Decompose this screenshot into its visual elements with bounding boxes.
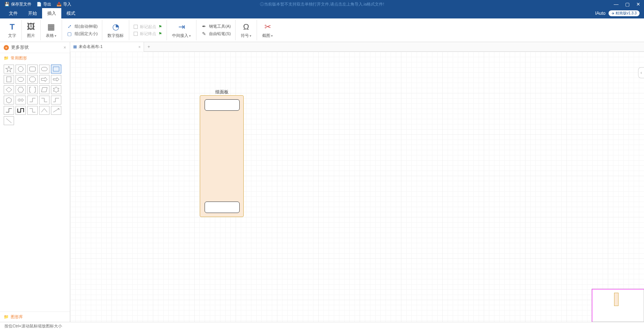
shape-square[interactable] xyxy=(4,75,14,84)
svg-marker-8 xyxy=(41,77,47,82)
minimize-btn[interactable]: — xyxy=(614,1,619,7)
status-hint: 按住Ctrl+滚动鼠标缩放图标大小 xyxy=(4,323,62,329)
shape-rounded-rect[interactable] xyxy=(27,65,38,73)
image-icon: 🖼 xyxy=(27,22,35,32)
pencil-icon: ✎ xyxy=(201,31,207,37)
gauge-icon: ◔ xyxy=(112,22,119,32)
shape-rect-selected[interactable] xyxy=(51,65,61,73)
sidebar-header: + 更多形状 × xyxy=(0,42,70,53)
svg-marker-0 xyxy=(6,66,12,72)
ribbon-num-indicator[interactable]: ◔ 数字指标 xyxy=(102,20,129,40)
ribbon-mark-options: 标记起点⚑ 标记终点⚑ xyxy=(129,20,167,40)
svg-marker-7 xyxy=(30,77,35,82)
shape-octagon[interactable] xyxy=(27,75,38,84)
more-shapes-label[interactable]: 更多形状 xyxy=(11,44,29,51)
shape-capsule[interactable] xyxy=(39,65,49,73)
ribbon-mid-insert[interactable]: ⇥ 中间接入▾ xyxy=(167,20,196,40)
ribbon-screenshot[interactable]: ✂ 截图▾ xyxy=(257,20,278,40)
plus-icon[interactable]: + xyxy=(4,45,9,50)
canvas-icon: ▦ xyxy=(73,44,77,49)
ribbon-image[interactable]: 🖼 图片 xyxy=(22,20,41,40)
shape-connector-2[interactable] xyxy=(39,96,49,104)
pencil-tool-btn[interactable]: ✎自由铅笔(S) xyxy=(201,31,231,37)
panel-port-bottom[interactable] xyxy=(205,202,240,213)
expand-icon: ⤢ xyxy=(66,24,72,30)
shape-ellipse[interactable] xyxy=(16,75,26,84)
mark-start-btn[interactable]: 标记起点⚑ xyxy=(134,24,162,30)
svg-rect-5 xyxy=(7,77,11,82)
shape-arrow-outline[interactable] xyxy=(51,75,61,84)
mark-end-btn[interactable]: 标记终点⚑ xyxy=(134,31,162,37)
main: + 更多形状 × 📁常用图形 xyxy=(0,42,644,322)
panel-port-top[interactable] xyxy=(205,99,240,111)
svg-marker-9 xyxy=(53,78,59,81)
ribbon-symbol[interactable]: Ω 符号▾ xyxy=(236,20,257,40)
flag-icon: ⚑ xyxy=(158,31,162,36)
section-common-shapes[interactable]: 📁常用图形 xyxy=(0,53,70,63)
svg-marker-10 xyxy=(6,87,12,92)
shape-heptagon[interactable] xyxy=(4,96,14,104)
ribbon-text[interactable]: T 文字 xyxy=(3,20,22,40)
paper-plane-icon: ✈ xyxy=(612,11,614,16)
sidebar-close[interactable]: × xyxy=(64,45,66,50)
menu-file[interactable]: 文件 xyxy=(4,8,23,18)
svg-marker-12 xyxy=(41,87,47,92)
shape-star[interactable] xyxy=(4,65,14,73)
shape-double-arrow[interactable] xyxy=(16,96,26,104)
svg-line-16 xyxy=(6,118,11,123)
ribbon-group-options: ⤢组(自动伸缩) ▢组(固定大小) xyxy=(62,20,102,40)
shape-parallelogram[interactable] xyxy=(39,85,49,94)
shape-line[interactable] xyxy=(4,116,14,125)
canvas[interactable]: 组面板 ‹ xyxy=(70,52,644,322)
close-btn[interactable]: ✕ xyxy=(636,1,640,7)
add-tab-btn[interactable]: + xyxy=(144,44,154,49)
shape-star6[interactable] xyxy=(51,85,61,94)
version-badge: ✈精简版v1.3.3 xyxy=(609,10,640,16)
brand-label: IAuto xyxy=(595,11,606,16)
shape-step-line[interactable] xyxy=(16,106,26,115)
maximize-btn[interactable]: ▢ xyxy=(625,1,630,7)
shapes-palette xyxy=(0,63,70,129)
menu-insert[interactable]: 插入 xyxy=(42,8,61,18)
right-panel-toggle[interactable]: ‹ xyxy=(638,67,644,78)
ribbon-table[interactable]: ▦ 表格▾ xyxy=(41,20,62,40)
svg-point-6 xyxy=(18,77,24,82)
checkbox-icon xyxy=(134,32,138,36)
shape-diamond[interactable] xyxy=(4,85,14,94)
shape-bracket[interactable] xyxy=(27,85,38,94)
pen-tool-btn[interactable]: ✒钢笔工具(A) xyxy=(201,24,231,30)
shape-arrow-right[interactable] xyxy=(39,75,49,84)
shape-hexagon[interactable] xyxy=(16,85,26,94)
pen-icon: ✒ xyxy=(201,24,207,30)
group-fixed-btn[interactable]: ▢组(固定大小) xyxy=(66,31,97,37)
section-shape-library[interactable]: 📁图形库 xyxy=(0,312,70,322)
shape-arrow-line[interactable] xyxy=(51,106,61,115)
minimap[interactable] xyxy=(592,289,644,322)
chevron-down-icon: ▾ xyxy=(189,34,191,38)
shape-connector-3[interactable] xyxy=(51,96,61,104)
shape-connector-4[interactable] xyxy=(4,106,14,115)
minimap-viewport[interactable] xyxy=(592,289,644,322)
export-btn[interactable]: 📄导出 xyxy=(37,1,51,7)
shape-connector-5[interactable] xyxy=(27,106,38,115)
import-icon: 📥 xyxy=(56,2,62,7)
svg-rect-2 xyxy=(30,67,35,71)
save-file-btn[interactable]: 💾保存至文件 xyxy=(4,1,31,7)
shape-circle[interactable] xyxy=(16,65,26,73)
import-btn[interactable]: 📥导入 xyxy=(56,1,71,7)
doc-tab-1[interactable]: ▦ 未命名画布-1 × xyxy=(70,42,144,52)
shape-connector-6[interactable] xyxy=(39,106,49,115)
group-panel-object[interactable] xyxy=(200,95,244,217)
svg-point-1 xyxy=(18,66,23,72)
close-tab-btn[interactable]: × xyxy=(138,45,141,49)
menu-mode[interactable]: 模式 xyxy=(61,8,80,18)
menubar: 文件 开始 插入 模式 IAuto ✈精简版v1.3.3 xyxy=(0,8,644,18)
menu-start[interactable]: 开始 xyxy=(23,8,42,18)
panel-title: 组面板 xyxy=(200,89,244,95)
shape-connector-1[interactable] xyxy=(27,96,38,104)
save-icon: 💾 xyxy=(4,2,10,7)
import-label: 导入 xyxy=(63,1,71,7)
svg-marker-14 xyxy=(6,97,11,103)
folder-icon: 📁 xyxy=(4,314,9,319)
group-auto-btn[interactable]: ⤢组(自动伸缩) xyxy=(66,24,97,30)
